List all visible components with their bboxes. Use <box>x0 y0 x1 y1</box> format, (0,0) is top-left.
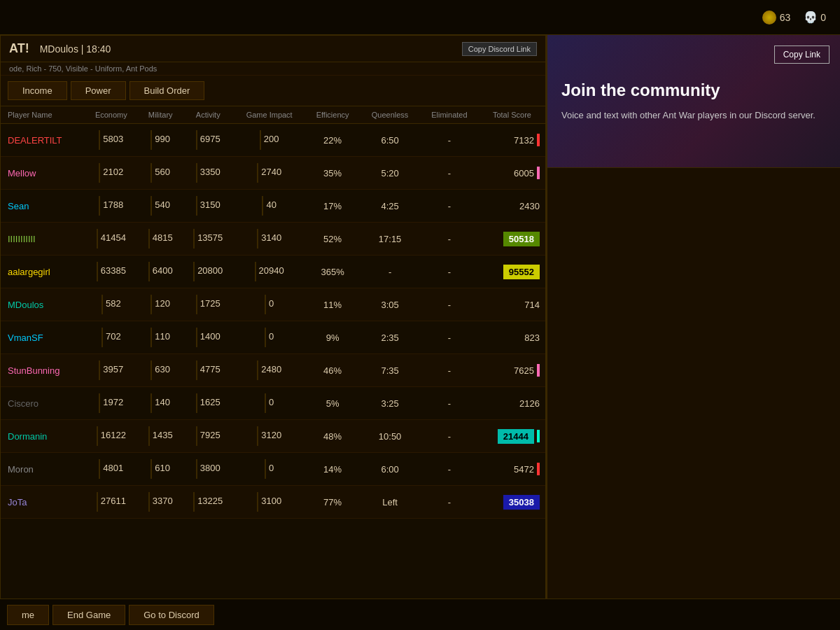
tab-power[interactable]: Power <box>71 81 126 100</box>
player-name: Dormanin <box>8 431 47 442</box>
copy-discord-button[interactable]: Copy Discord Link <box>462 42 537 56</box>
col-eliminated: Eliminated <box>420 106 479 124</box>
bottom-btn-end-game[interactable]: End Game <box>52 605 125 625</box>
table-row: Mellow 2102 560 3350 2740 35% 5:20 - 600… <box>1 157 545 190</box>
activity-cell: 7925 <box>183 420 234 453</box>
col-divider <box>257 229 258 248</box>
queenless-cell: 2:35 <box>360 321 420 354</box>
player-name-cell: aalargegirl <box>1 255 84 288</box>
queenless-cell: - <box>360 255 420 288</box>
eliminated-cell: - <box>420 157 479 190</box>
eliminated-cell: - <box>420 387 479 420</box>
col-divider <box>150 459 152 479</box>
efficiency-cell: 5% <box>305 387 360 420</box>
scoreboard-table: Player Name Economy Military Activity Ga… <box>1 106 545 519</box>
military-cell: 140 <box>138 387 183 420</box>
activity-cell: 3350 <box>183 157 234 190</box>
score-value: 7132 <box>514 135 534 146</box>
efficiency-cell: 35% <box>305 157 360 190</box>
military-cell: 610 <box>138 453 183 486</box>
col-divider <box>99 130 100 150</box>
eliminated-cell: - <box>420 190 479 223</box>
score-badge: 21444 <box>498 429 534 444</box>
efficiency-cell: 52% <box>305 223 360 255</box>
queenless-cell: 17:15 <box>360 223 420 255</box>
score-cell: 823 <box>479 321 545 354</box>
col-divider <box>265 393 266 413</box>
score-badge: 35038 <box>503 495 540 510</box>
col-efficiency: Efficiency <box>305 106 360 124</box>
score-cell: 2430 <box>479 190 545 223</box>
bottom-btn-discord[interactable]: Go to Discord <box>129 605 214 625</box>
score-cell: 35038 <box>479 486 545 519</box>
col-total-score: Total Score <box>479 106 545 124</box>
tab-income[interactable]: Income <box>8 81 67 100</box>
queenless-cell: 10:50 <box>360 420 420 453</box>
economy-cell: 5803 <box>84 124 138 157</box>
left-panel: AT! MDoulos | 18:40 Copy Discord Link od… <box>0 35 546 630</box>
score-bar-icon <box>537 430 540 442</box>
col-divider <box>150 295 152 314</box>
economy-cell: 702 <box>84 321 138 354</box>
col-divider <box>150 163 152 183</box>
game-impact-cell: 2740 <box>234 157 305 190</box>
bottom-btn-me[interactable]: me <box>7 605 49 625</box>
efficiency-cell: 77% <box>305 486 360 519</box>
tab-build-order[interactable]: Build Order <box>130 81 205 100</box>
kills-stat: 💀 0 <box>804 11 826 24</box>
player-name-cell: Ciscero <box>1 387 84 420</box>
table-row: DEALERTILT 5803 990 6975 200 22% 6:50 - … <box>1 124 545 157</box>
economy-cell: 3957 <box>84 354 138 387</box>
kills-value: 0 <box>820 12 826 23</box>
score-cell: 714 <box>479 288 545 321</box>
eliminated-cell: - <box>420 453 479 486</box>
table-row: IIIIIIIIIII 41454 4815 13575 3140 52% 17… <box>1 223 545 255</box>
eliminated-cell: - <box>420 124 479 157</box>
player-name-cell: JoTa <box>1 486 84 519</box>
col-activity: Activity <box>183 106 234 124</box>
activity-cell: 3150 <box>183 190 234 223</box>
eliminated-cell: - <box>420 486 479 519</box>
score-value: 2126 <box>519 398 540 409</box>
tabs-row: Income Power Build Order <box>1 76 545 106</box>
col-divider <box>257 360 258 380</box>
col-divider <box>262 196 263 216</box>
top-bar: 63 💀 0 <box>0 0 840 35</box>
player-name-cell: Moron <box>1 453 84 486</box>
table-row: Dormanin 16122 1435 7925 3120 48% 10:50 … <box>1 420 545 453</box>
game-impact-cell: 0 <box>234 387 305 420</box>
copy-link-button[interactable]: Copy Link <box>774 46 830 64</box>
col-game-impact: Game Impact <box>234 106 305 124</box>
score-bar-icon <box>537 134 540 146</box>
col-military: Military <box>138 106 183 124</box>
score-value: 823 <box>524 332 540 343</box>
table-row: aalargegirl 63385 6400 20800 20940 365% … <box>1 255 545 288</box>
table-row: JoTa 27611 3370 13225 3100 77% Left - 35… <box>1 486 545 519</box>
queenless-cell: 3:05 <box>360 288 420 321</box>
eliminated-cell: - <box>420 420 479 453</box>
table-row: Moron 4801 610 3800 0 14% 6:00 - 5472 <box>1 453 545 486</box>
community-content: Join the community Voice and text with o… <box>561 80 826 122</box>
score-value: 6005 <box>514 168 534 178</box>
game-impact-cell: 200 <box>234 124 305 157</box>
col-divider <box>265 459 266 479</box>
player-name: DEALERTILT <box>8 135 62 146</box>
score-cell: 50518 <box>479 223 545 255</box>
game-impact-cell: 0 <box>234 453 305 486</box>
efficiency-cell: 14% <box>305 453 360 486</box>
score-bar-icon <box>537 463 540 475</box>
game-impact-cell: 3120 <box>234 420 305 453</box>
table-header-row: Player Name Economy Military Activity Ga… <box>1 106 545 124</box>
economy-cell: 1788 <box>84 190 138 223</box>
player-name: VmanSF <box>8 332 43 343</box>
military-cell: 1435 <box>138 420 183 453</box>
score-cell: 2126 <box>479 387 545 420</box>
header-row: AT! MDoulos | 18:40 Copy Discord Link <box>1 36 545 62</box>
activity-cell: 1400 <box>183 321 234 354</box>
military-cell: 630 <box>138 354 183 387</box>
economy-cell: 27611 <box>84 486 138 519</box>
score-cell: 7132 <box>479 124 545 157</box>
efficiency-cell: 9% <box>305 321 360 354</box>
bottom-bar: me End Game Go to Discord <box>0 598 840 630</box>
player-name: IIIIIIIIIII <box>8 234 36 244</box>
